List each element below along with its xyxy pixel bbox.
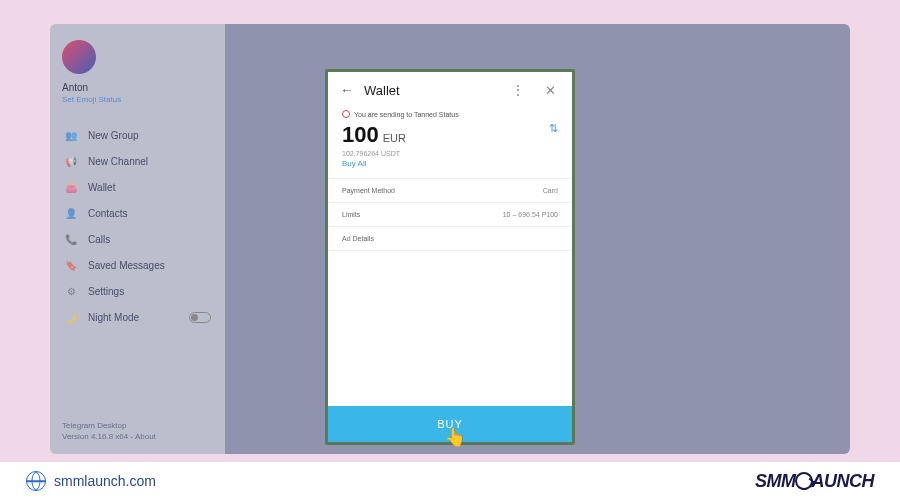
menu-label: Night Mode	[88, 312, 139, 323]
sidebar-item-saved[interactable]: 🔖Saved Messages	[62, 252, 213, 278]
modal-body	[328, 251, 572, 406]
alert-icon	[342, 110, 350, 118]
currency-label: EUR	[383, 132, 406, 144]
cursor-icon: 👆	[444, 426, 467, 448]
menu-label: New Channel	[88, 156, 148, 167]
user-status[interactable]: Set Emoji Status	[62, 95, 213, 104]
sidebar-item-new-channel[interactable]: 📢New Channel	[62, 148, 213, 174]
detail-section: Payment MethodCard Limits10 – 696.54 P10…	[328, 178, 572, 251]
menu-label: Saved Messages	[88, 260, 165, 271]
footer-app-name: Telegram Desktop	[62, 420, 156, 431]
amount-value: 100	[342, 122, 379, 148]
sidebar-menu: 👥New Group 📢New Channel 👛Wallet 👤Contact…	[62, 122, 213, 330]
buy-all-link[interactable]: Buy All	[328, 157, 572, 178]
footer-version: Version 4.16.8 x64 - About	[62, 431, 156, 442]
sidebar-item-contacts[interactable]: 👤Contacts	[62, 200, 213, 226]
bookmark-icon: 🔖	[64, 258, 78, 272]
channel-icon: 📢	[64, 154, 78, 168]
amount-row[interactable]: 100 EUR ⇅	[328, 120, 572, 150]
menu-label: Calls	[88, 234, 110, 245]
group-icon: 👥	[64, 128, 78, 142]
sidebar-footer: Telegram Desktop Version 4.16.8 x64 - Ab…	[62, 420, 156, 442]
gear-icon: ⚙	[64, 284, 78, 298]
sidebar-item-new-group[interactable]: 👥New Group	[62, 122, 213, 148]
globe-icon	[26, 471, 46, 491]
buy-button[interactable]: BUY 👆	[328, 406, 572, 442]
sidebar-item-night-mode[interactable]: 🌙Night Mode	[62, 304, 213, 330]
row-value: Card	[543, 187, 558, 194]
moon-icon: 🌙	[64, 310, 78, 324]
limits-row: Limits10 – 696.54 P100	[328, 203, 572, 227]
send-notice: You are sending to Tanned Status	[328, 108, 572, 120]
swap-icon[interactable]: ⇅	[549, 122, 558, 135]
row-value: 10 – 696.54 P100	[503, 211, 558, 218]
brand-text-right: AUNCH	[812, 471, 875, 492]
contacts-icon: 👤	[64, 206, 78, 220]
brand-logo: SMMAUNCH	[755, 471, 874, 492]
app-window: Anton Set Emoji Status 👥New Group 📢New C…	[50, 24, 850, 454]
payment-method-row[interactable]: Payment MethodCard	[328, 179, 572, 203]
modal-title: Wallet	[364, 83, 495, 98]
night-mode-toggle[interactable]	[189, 312, 211, 323]
brand-text-left: SMM	[755, 471, 796, 492]
sidebar: Anton Set Emoji Status 👥New Group 📢New C…	[50, 24, 225, 454]
wallet-icon: 👛	[64, 180, 78, 194]
close-icon[interactable]: ✕	[541, 83, 560, 98]
menu-label: Contacts	[88, 208, 127, 219]
avatar[interactable]	[62, 40, 96, 74]
site-link[interactable]: smmlaunch.com	[26, 471, 156, 491]
wallet-modal: ← Wallet ⋮ ✕ You are sending to Tanned S…	[325, 69, 575, 445]
sidebar-item-calls[interactable]: 📞Calls	[62, 226, 213, 252]
modal-header: ← Wallet ⋮ ✕	[328, 72, 572, 108]
sidebar-item-settings[interactable]: ⚙Settings	[62, 278, 213, 304]
row-label: Ad Details	[342, 235, 374, 242]
back-icon[interactable]: ←	[340, 82, 354, 98]
row-label: Payment Method	[342, 187, 395, 194]
site-url: smmlaunch.com	[54, 473, 156, 489]
page-footer: smmlaunch.com SMMAUNCH	[0, 462, 900, 500]
more-icon[interactable]: ⋮	[505, 82, 531, 98]
row-label: Limits	[342, 211, 360, 218]
converted-amount: 102.796264 USDT	[328, 150, 572, 157]
menu-label: Settings	[88, 286, 124, 297]
notice-text: You are sending to Tanned Status	[354, 111, 459, 118]
calls-icon: 📞	[64, 232, 78, 246]
username: Anton	[62, 82, 213, 93]
sidebar-item-wallet[interactable]: 👛Wallet	[62, 174, 213, 200]
ad-details-row[interactable]: Ad Details	[328, 227, 572, 251]
menu-label: New Group	[88, 130, 139, 141]
menu-label: Wallet	[88, 182, 115, 193]
